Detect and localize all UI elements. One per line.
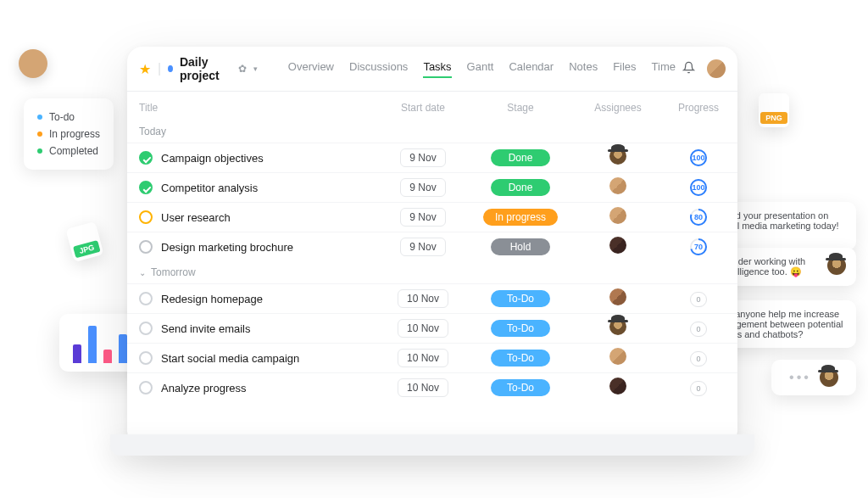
stage-badge[interactable]: To-Do <box>491 379 550 396</box>
stage-badge[interactable]: Hold <box>491 238 550 255</box>
task-row[interactable]: Analyze progress 10 Nov To-Do 0 <box>127 372 737 402</box>
status-circle-icon[interactable] <box>139 381 153 394</box>
dot-icon <box>37 148 42 154</box>
file-ext-label: JPG <box>73 240 101 258</box>
start-date[interactable]: 9 Nov <box>400 208 445 227</box>
status-circle-icon[interactable] <box>139 210 153 224</box>
col-start-date[interactable]: Start date <box>376 102 470 114</box>
task-title: Analyze progress <box>161 382 246 394</box>
chart-bar <box>88 326 97 363</box>
tab-overview[interactable]: Overview <box>288 60 334 78</box>
assignee-avatar[interactable] <box>609 148 626 165</box>
start-date[interactable]: 9 Nov <box>400 148 445 167</box>
ellipsis-icon: ••• <box>789 370 811 385</box>
assignee-avatar[interactable] <box>609 288 626 305</box>
progress-ring: 80 <box>689 208 708 227</box>
task-row[interactable]: Send invite emails 10 Nov To-Do 0 <box>127 313 737 343</box>
section-today[interactable]: Today <box>127 120 737 143</box>
task-title: Competitor analysis <box>161 182 258 194</box>
task-row[interactable]: Redesign homepage 10 Nov To-Do 0 <box>127 283 737 313</box>
start-date[interactable]: 9 Nov <box>400 178 445 197</box>
status-circle-icon[interactable] <box>139 351 153 365</box>
progress-ring: 100 <box>689 178 708 197</box>
chevron-down-icon[interactable]: ▾ <box>253 64 258 73</box>
chevron-down-icon: ⌄ <box>139 268 146 277</box>
task-title: Send invite emails <box>161 322 251 335</box>
gear-icon[interactable]: ✿ <box>238 63 247 75</box>
column-headers: Title Start date Stage Assignees Progres… <box>127 92 737 120</box>
start-date[interactable]: 9 Nov <box>400 238 445 256</box>
legend-label: Completed <box>49 145 98 157</box>
stage-badge[interactable]: Done <box>491 149 550 166</box>
project-color-icon <box>168 65 173 72</box>
tab-files[interactable]: Files <box>613 60 636 78</box>
task-title: Campaign objectives <box>161 152 264 165</box>
col-assignees[interactable]: Assignees <box>571 102 665 114</box>
stage-badge[interactable]: Done <box>491 179 550 196</box>
task-row[interactable]: Campaign objectives 9 Nov Done 100 <box>127 143 737 172</box>
col-progress[interactable]: Progress <box>665 102 732 114</box>
section-tomorrow[interactable]: ⌄ Tomorrow <box>127 261 737 283</box>
progress-badge: 0 <box>690 351 707 367</box>
progress-ring: 100 <box>689 148 708 167</box>
avatar <box>19 49 47 78</box>
legend-label: In progress <box>49 128 100 140</box>
status-circle-icon[interactable] <box>139 240 153 254</box>
tab-notes[interactable]: Notes <box>569 60 598 78</box>
status-circle-icon[interactable] <box>139 322 153 335</box>
stage-badge[interactable]: In progress <box>483 209 558 226</box>
col-title[interactable]: Title <box>139 102 376 114</box>
legend-item: In progress <box>37 126 100 143</box>
assignee-avatar[interactable] <box>609 318 626 335</box>
tab-tasks[interactable]: Tasks <box>423 60 451 78</box>
chart-bar <box>119 334 127 363</box>
assignee-avatar[interactable] <box>609 207 626 224</box>
section-label: Tomorrow <box>151 266 196 278</box>
file-thumbnail-jpg[interactable]: JPG <box>65 221 103 262</box>
assignee-avatar[interactable] <box>609 177 626 194</box>
tab-calendar[interactable]: Calendar <box>509 60 554 78</box>
status-circle-icon[interactable] <box>139 292 153 305</box>
dot-icon <box>37 115 42 120</box>
star-icon[interactable]: ★ <box>139 61 151 77</box>
task-title: Start social media campaign <box>161 352 299 365</box>
status-circle-icon[interactable] <box>139 151 153 165</box>
legend-item: Completed <box>37 143 100 159</box>
progress-badge: 0 <box>690 292 707 307</box>
task-title: Design marketing brochure <box>161 241 293 254</box>
task-row[interactable]: Start social media campaign 10 Nov To-Do… <box>127 343 737 372</box>
project-title[interactable]: Daily project <box>180 55 231 82</box>
stage-badge[interactable]: To-Do <box>491 350 550 367</box>
stage-badge[interactable]: To-Do <box>491 320 550 337</box>
col-stage[interactable]: Stage <box>470 102 571 114</box>
avatar <box>820 368 838 387</box>
avatar <box>827 256 846 275</box>
start-date[interactable]: 10 Nov <box>398 349 448 367</box>
top-bar: ★ | Daily project ✿ ▾ Overview Discussio… <box>127 47 737 92</box>
stage-badge[interactable]: To-Do <box>491 290 550 307</box>
status-circle-icon[interactable] <box>139 181 153 194</box>
legend-item: To-do <box>37 109 100 126</box>
task-title: Redesign homepage <box>161 293 263 305</box>
start-date[interactable]: 10 Nov <box>398 319 448 338</box>
task-row[interactable]: Design marketing brochure 9 Nov Hold 70 <box>127 232 737 261</box>
assignee-avatar[interactable] <box>609 348 626 365</box>
assignee-avatar[interactable] <box>609 237 626 254</box>
start-date[interactable]: 10 Nov <box>398 378 448 397</box>
chart-bar <box>103 350 112 363</box>
file-thumbnail-png[interactable]: PNG <box>759 93 789 127</box>
task-row[interactable]: User research 9 Nov In progress 80 <box>127 202 737 232</box>
start-date[interactable]: 10 Nov <box>398 289 448 308</box>
task-row[interactable]: Competitor analysis 9 Nov Done 100 <box>127 172 737 202</box>
tab-time[interactable]: Time <box>652 60 676 78</box>
assignee-avatar[interactable] <box>609 378 626 394</box>
separator: | <box>158 61 161 76</box>
project-tabs: Overview Discussions Tasks Gantt Calenda… <box>288 60 676 78</box>
tab-gantt[interactable]: Gantt <box>467 60 494 78</box>
progress-ring: 70 <box>689 238 708 256</box>
bell-icon[interactable] <box>682 61 695 76</box>
tab-discussions[interactable]: Discussions <box>349 60 408 78</box>
task-title: User research <box>161 211 231 224</box>
typing-indicator: ••• <box>771 360 856 395</box>
user-avatar[interactable] <box>707 59 726 78</box>
